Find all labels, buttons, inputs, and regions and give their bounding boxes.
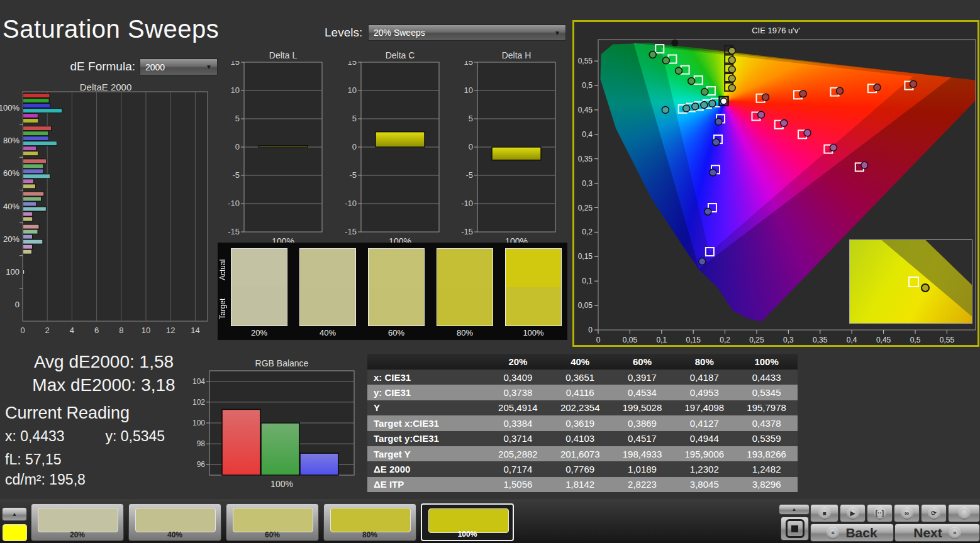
bottom-bar: ▲20%40%60%80%100%▲■▶[··]∞⟳«BackNext» — [0, 500, 980, 543]
table-row: Target Y205,2882201,6073198,4933195,9006… — [367, 446, 798, 461]
sample-swatch — [38, 508, 118, 532]
svg-text:0,25: 0,25 — [749, 336, 764, 344]
swatch-label: 100% — [505, 328, 562, 337]
delta-l-chart[interactable]: Delta L 151050-5-10-15100% — [220, 50, 324, 245]
svg-text:0,45: 0,45 — [876, 336, 891, 344]
sample-button-80%[interactable]: 80% — [323, 503, 416, 541]
table-cell: 0,3409 — [487, 372, 549, 383]
svg-text:0: 0 — [352, 142, 357, 151]
svg-text:8: 8 — [119, 326, 123, 335]
stop-square-icon — [786, 519, 805, 538]
table-cell: 198,4933 — [611, 449, 674, 459]
fl-value: 57,15 — [25, 451, 62, 468]
rgb-balance-chart[interactable]: 9698100102104100% — [189, 367, 360, 496]
row-label: Target x:CIE31 — [367, 418, 487, 429]
row-label: ΔE 2000 — [367, 464, 487, 474]
next-chevron-icon: » — [949, 527, 961, 539]
avg-de2000-value: 1,58 — [140, 352, 174, 371]
de-formula-dropdown[interactable]: 2000 ▼ — [140, 58, 218, 75]
table-cell: 205,2882 — [487, 449, 549, 459]
de-formula-label: dE Formula: — [38, 60, 135, 74]
sample-button-60%[interactable]: 60% — [226, 503, 319, 541]
sample-button-40%[interactable]: 40% — [128, 503, 221, 541]
table-cell: 0,4534 — [611, 387, 674, 398]
current-reading-cd: cd/m²: 195,8 — [5, 471, 86, 488]
svg-text:0,5: 0,5 — [910, 336, 921, 344]
row-label: y: CIE31 — [367, 387, 487, 398]
table-cell: 193,8266 — [735, 449, 798, 459]
actual-swatch — [231, 249, 287, 287]
avg-de2000-label: Avg dE2000: — [34, 352, 135, 371]
table-cell: 0,4944 — [673, 433, 735, 444]
sample-swatch — [233, 508, 313, 532]
svg-text:0,1: 0,1 — [656, 336, 667, 344]
svg-text:-10: -10 — [461, 199, 473, 208]
delta-h-chart[interactable]: Delta H 151050-5-10-15100% — [454, 50, 557, 245]
avg-de2000-line: Avg dE2000: 1,58 — [0, 352, 208, 372]
back-button[interactable]: «Back — [810, 524, 894, 542]
svg-text:96: 96 — [197, 460, 206, 469]
sample-label: 20% — [31, 530, 123, 539]
stop-all-button[interactable] — [781, 517, 809, 540]
svg-text:100%: 100% — [0, 103, 19, 112]
table-cell: 0,4517 — [611, 433, 674, 444]
levels-value: 20% Sweeps — [374, 28, 425, 38]
sample-label: 80% — [324, 530, 416, 539]
svg-text:0,35: 0,35 — [813, 336, 828, 344]
delta-c-chart[interactable]: Delta C 151050-5-10-15100% — [337, 50, 441, 245]
table-cell: 3,8296 — [735, 479, 798, 490]
table-row: ΔE 20000,71740,77691,01891,23021,2482 — [367, 461, 798, 476]
panel-scroll-up-button[interactable]: ▲ — [779, 504, 810, 515]
svg-text:100: 100 — [192, 419, 205, 427]
table-cell: 0,3651 — [549, 372, 611, 383]
delta-c-title: Delta C — [361, 50, 439, 61]
svg-text:0: 0 — [235, 142, 240, 151]
table-row: x: CIE310,34090,36510,39170,41870,4433 — [367, 370, 798, 385]
series-icon: [··] — [874, 507, 886, 520]
cd-label: cd/m²: — [5, 471, 45, 488]
refresh-button[interactable]: ⟳ — [921, 504, 947, 522]
svg-text:-5: -5 — [349, 170, 357, 180]
svg-text:4: 4 — [70, 326, 74, 335]
target-swatch — [300, 287, 355, 326]
calibration-app: Saturation Sweeps dE Formula: 2000 ▼ Lev… — [0, 0, 980, 543]
delta-l-plot: 151050-5-10-15100% — [220, 61, 324, 250]
scroll-up-button[interactable]: ▲ — [2, 507, 27, 521]
measurement-table: 20%40%60%80%100%x: CIE310,34090,36510,39… — [367, 354, 798, 492]
blank-button[interactable] — [948, 504, 980, 522]
actual-swatch — [437, 249, 493, 287]
stop-button[interactable]: ■ — [810, 504, 838, 522]
sample-swatch — [135, 508, 216, 532]
next-button[interactable]: Next» — [894, 524, 980, 542]
de-formula-value: 2000 — [145, 62, 165, 72]
svg-text:15: 15 — [231, 61, 240, 67]
svg-text:0,55: 0,55 — [578, 57, 593, 65]
swatch-label: 20% — [231, 328, 287, 337]
swatch-label: 40% — [299, 328, 356, 337]
sample-button-100%[interactable]: 100% — [421, 503, 514, 541]
current-reading-title: Current Reading — [5, 403, 130, 423]
stop-icon: ■ — [818, 507, 831, 520]
play-icon: ▶ — [847, 507, 859, 520]
table-cell: 1,8142 — [549, 479, 611, 490]
infinity-button[interactable]: ∞ — [894, 504, 920, 522]
play-button[interactable]: ▶ — [840, 504, 866, 522]
svg-text:100: 100 — [6, 267, 19, 277]
infinity-icon: ∞ — [901, 507, 913, 520]
cie-diagram-panel[interactable]: CIE 1976 u'v' 00,050,10,150,20,250,30,35… — [572, 20, 979, 347]
svg-text:12: 12 — [166, 326, 175, 335]
svg-text:0,05: 0,05 — [623, 336, 638, 344]
levels-dropdown[interactable]: 20% Sweeps ▼ — [368, 25, 566, 41]
column-header: 100% — [735, 356, 798, 367]
current-reading-fl: fL: 57,15 — [5, 451, 62, 468]
series-button[interactable]: [··] — [867, 504, 893, 522]
svg-text:0,3: 0,3 — [582, 179, 593, 188]
table-cell: 0,4378 — [735, 418, 798, 429]
actual-label: Actual — [218, 250, 227, 289]
table-cell: 202,2354 — [549, 402, 611, 413]
svg-text:0,55: 0,55 — [940, 336, 955, 344]
deltae-2000-chart[interactable]: 02468101214100%80%60%40%20%1000 — [0, 90, 211, 344]
sample-button-20%[interactable]: 20% — [31, 503, 124, 541]
table-cell: 0,3869 — [611, 418, 674, 429]
svg-text:15: 15 — [348, 61, 357, 67]
